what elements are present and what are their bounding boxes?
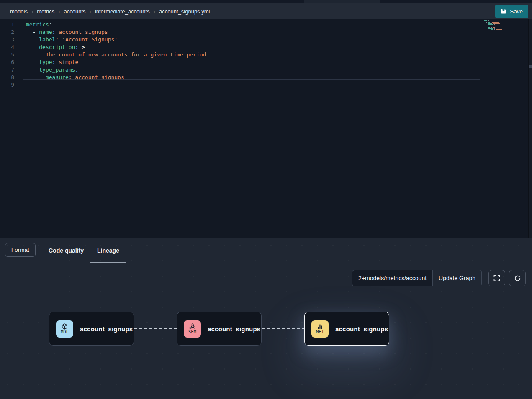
code-line[interactable]: 1metrics: [0,21,523,28]
line-number: 5 [0,51,17,59]
indent-guide [26,51,33,59]
breadcrumb: models›metrics›accounts›intermediate_acc… [10,8,210,15]
indent-guide [26,36,33,43]
bottom-panel: Format Code qualityLineage Update Graph [0,238,532,399]
text-cursor [26,80,26,87]
code-text: metrics: [26,21,52,28]
indent-guide [33,66,39,74]
node-label: account_signups [208,325,260,332]
code-line[interactable]: 7type_params: [0,66,523,74]
line-number: 1 [0,21,17,28]
line-number: 8 [0,74,17,81]
lineage-node-met[interactable]: METaccount_signups [304,312,389,346]
editor-minimap[interactable] [484,20,510,32]
share-network-icon [189,323,195,330]
breadcrumb-chevron-icon: › [58,8,60,15]
breadcrumb-item[interactable]: models [10,8,28,15]
window-tab[interactable] [76,0,152,3]
lineage-edge [134,328,177,329]
breadcrumb-item[interactable]: metrics [37,8,54,15]
scrollbar-thumb[interactable] [529,65,532,68]
current-line-highlight [23,79,480,87]
node-type-badge: MET [311,320,329,338]
window-tab[interactable] [380,0,457,3]
breadcrumb-item[interactable]: intermediate_accounts [95,8,150,15]
code-text: label: 'Account Signups' [26,36,118,43]
lineage-node-mdl[interactable]: MDLaccount_signups [49,312,134,346]
node-label: account_signups [335,325,388,332]
code-line[interactable]: 5The count of new accounts for a given t… [0,51,523,59]
breadcrumb-item[interactable]: accounts [64,8,86,15]
window-tab[interactable] [228,0,304,3]
code-text: The count of new accounts for a given ti… [26,51,209,59]
window-tab[interactable] [0,0,76,3]
code-editor[interactable]: 1metrics:2- name: account_signups3label:… [0,19,532,238]
node-label: account_signups [80,325,133,332]
ide-window: models›metrics›accounts›intermediate_acc… [0,0,532,399]
code-text: type_params: [26,66,78,74]
code-line[interactable]: 4description: > [0,43,523,51]
window-tab[interactable] [152,0,228,3]
breadcrumb-bar: models›metrics›accounts›intermediate_acc… [0,3,532,19]
line-number: 4 [0,43,17,51]
line-number: 9 [0,81,17,89]
editor-scrollbar[interactable] [528,19,532,238]
indent-guide [39,51,46,59]
lineage-graph: MDLaccount_signupsSEMaccount_signupsMETa… [0,238,532,399]
code-text: type: simple [26,59,78,66]
save-button[interactable]: Save [495,5,528,18]
line-number: 7 [0,66,17,74]
breadcrumb-chevron-icon: › [90,8,91,15]
indent-guide [33,43,39,51]
code-line[interactable]: 2- name: account_signups [0,28,523,36]
breadcrumb-chevron-icon: › [31,8,33,15]
indent-guide [33,36,39,43]
indent-guide [26,66,33,74]
code-lines: 1metrics:2- name: account_signups3label:… [0,21,523,89]
indent-guide [26,59,33,66]
window-tab-strip [0,0,532,3]
save-button-label: Save [510,8,523,15]
window-tab[interactable] [456,0,532,3]
code-line[interactable]: 3label: 'Account Signups' [0,36,523,43]
code-line[interactable]: 6type: simple [0,59,523,66]
save-icon [501,8,506,14]
window-tab[interactable] [304,0,380,3]
node-type-code: SEM [188,330,196,334]
line-number: 2 [0,28,17,36]
bar-chart-icon [317,323,323,330]
indent-guide [33,59,39,66]
node-type-badge: MDL [56,320,73,338]
indent-guide [33,51,39,59]
breadcrumb-chevron-icon: › [154,8,155,15]
breadcrumb-item[interactable]: account_signups.yml [159,8,210,15]
node-type-code: MET [316,330,324,334]
cube-icon [62,323,68,330]
node-type-code: MDL [61,330,69,334]
line-number: 6 [0,59,17,66]
node-type-badge: SEM [184,320,201,338]
line-number: 3 [0,36,17,43]
indent-guide [26,28,33,36]
code-text: description: > [26,43,85,51]
lineage-node-sem[interactable]: SEMaccount_signups [177,312,262,346]
lineage-edge [262,328,304,329]
indent-guide [26,43,33,51]
code-text: - name: account_signups [26,28,108,36]
